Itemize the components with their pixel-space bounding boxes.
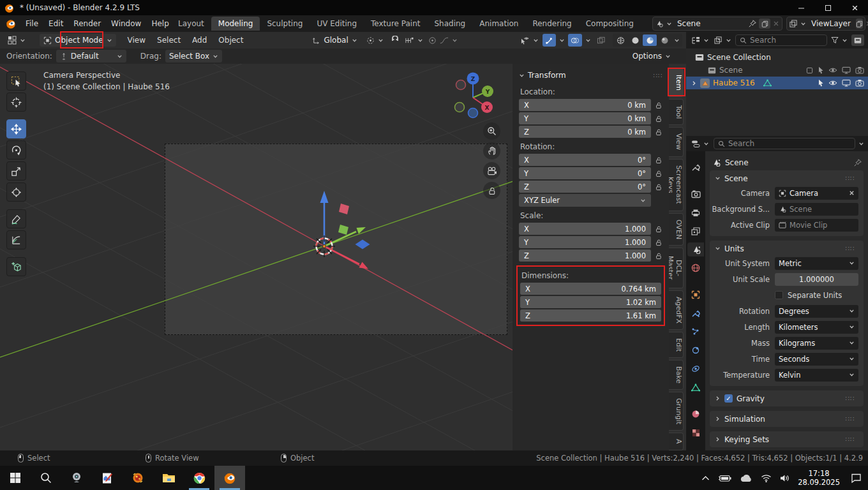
workspace-tab-layout[interactable]: Layout xyxy=(171,17,211,31)
panel-drag-handle[interactable]: ∷∷ xyxy=(845,395,855,402)
display-mode-dropdown[interactable] xyxy=(690,34,710,47)
tab-viewlayer-properties[interactable] xyxy=(687,224,704,238)
sidebar-tab-agedfx[interactable]: AgedFX xyxy=(669,290,684,330)
pin-icon[interactable] xyxy=(749,20,756,27)
sidebar-tab-oven[interactable]: OVEN xyxy=(669,213,684,246)
tab-modifier-properties[interactable] xyxy=(687,306,704,320)
keying-sets-panel[interactable]: Keying Sets ∷∷ xyxy=(710,431,864,447)
onedrive-icon[interactable] xyxy=(740,474,752,482)
speaker-icon[interactable] xyxy=(780,474,789,482)
lock-rotation-x-icon[interactable] xyxy=(651,156,666,164)
unit-scale-field[interactable]: 1.000000 xyxy=(775,273,858,286)
lock-rotation-y-icon[interactable] xyxy=(651,170,666,177)
maximize-button[interactable] xyxy=(814,0,841,15)
location-x-field[interactable]: X0 km xyxy=(519,99,651,111)
simulation-panel[interactable]: Simulation ∷∷ xyxy=(710,411,864,427)
render-disable-icon[interactable] xyxy=(855,79,864,87)
menu-help[interactable]: Help xyxy=(146,17,174,31)
taskbar-clock[interactable]: 17:18 28.09.2025 xyxy=(798,469,840,487)
menu-add[interactable]: Add xyxy=(187,34,212,47)
menu-edit[interactable]: Edit xyxy=(43,17,68,31)
temperature-unit-dropdown[interactable]: Kelvin xyxy=(775,369,858,382)
time-unit-dropdown[interactable]: Seconds xyxy=(775,353,858,366)
rotation-y-field[interactable]: Y0° xyxy=(519,167,651,179)
lock-location-x-icon[interactable] xyxy=(651,101,666,109)
tab-particle-properties[interactable] xyxy=(687,325,704,339)
mass-unit-dropdown[interactable]: Kilograms xyxy=(775,337,858,350)
scale-x-field[interactable]: X1.000 xyxy=(519,223,651,235)
clear-icon[interactable] xyxy=(849,190,855,196)
menu-render[interactable]: Render xyxy=(68,17,106,31)
sidebar-tab-item[interactable]: Item xyxy=(669,68,684,97)
lock-scale-y-icon[interactable] xyxy=(651,239,666,246)
rotation-unit-dropdown[interactable]: Degrees xyxy=(775,305,858,318)
action-center-icon[interactable] xyxy=(851,473,862,483)
tab-output-properties[interactable] xyxy=(687,205,704,219)
menu-window[interactable]: Window xyxy=(106,17,146,31)
properties-options-chevron-icon[interactable] xyxy=(858,141,864,147)
properties-editor-type-button[interactable] xyxy=(690,137,710,150)
shading-solid-button[interactable] xyxy=(628,34,642,46)
taskbar-search-button[interactable] xyxy=(31,466,61,490)
tool-add-cube[interactable] xyxy=(6,257,26,276)
outliner-filter-dropdown[interactable] xyxy=(830,34,849,47)
show-object-types-dropdown[interactable] xyxy=(518,34,541,47)
lock-rotation-z-icon[interactable] xyxy=(651,183,666,191)
expand-chevron-icon[interactable] xyxy=(691,80,697,86)
exclude-checkbox-icon[interactable] xyxy=(806,67,813,74)
viewport-disable-icon[interactable] xyxy=(842,66,851,74)
location-z-field[interactable]: Z0 km xyxy=(519,126,651,138)
lock-scale-z-icon[interactable] xyxy=(651,252,666,260)
sidebar-tab-grungit[interactable]: Grungit xyxy=(669,392,684,431)
outliner-search-input[interactable]: Search xyxy=(735,34,827,46)
new-collection-button[interactable] xyxy=(851,34,864,46)
outliner-row-scene[interactable]: Scene xyxy=(686,64,868,77)
tool-move[interactable] xyxy=(6,119,26,138)
panel-drag-handle[interactable]: ∷∷ xyxy=(653,72,662,79)
gravity-checkbox[interactable]: ✓ xyxy=(724,394,733,403)
proportional-editing-toggle[interactable] xyxy=(426,34,460,47)
editor-type-button[interactable] xyxy=(4,34,29,47)
workspace-tab-rendering[interactable]: Rendering xyxy=(525,17,578,31)
separate-units-checkbox[interactable] xyxy=(775,291,783,299)
gizmo-dropdown[interactable] xyxy=(558,34,566,47)
new-viewlayer-button[interactable] xyxy=(856,19,863,29)
tab-data-properties[interactable] xyxy=(687,380,704,394)
show-overlays-toggle[interactable] xyxy=(568,34,582,47)
transform-panel-header[interactable]: Transform ∷∷ xyxy=(519,68,666,83)
battery-icon[interactable] xyxy=(718,474,731,482)
workspace-tab-animation[interactable]: Animation xyxy=(472,17,525,31)
selectable-icon[interactable] xyxy=(818,66,824,74)
taskbar-file-explorer[interactable] xyxy=(153,466,184,490)
sidebar-tab-edit[interactable]: Edit xyxy=(669,332,684,358)
unit-system-dropdown[interactable]: Metric xyxy=(775,257,858,270)
lock-view-button[interactable] xyxy=(483,182,500,199)
scale-y-field[interactable]: Y1.000 xyxy=(519,236,651,248)
tab-object-properties[interactable] xyxy=(687,288,704,302)
sidebar-tab-view[interactable]: View xyxy=(669,127,684,156)
shading-material-preview-button[interactable] xyxy=(643,34,657,46)
tab-world-properties[interactable] xyxy=(687,261,704,275)
pan-view-button[interactable] xyxy=(483,142,500,160)
tab-scene-properties[interactable] xyxy=(687,242,704,256)
sidebar-tab-screencast-keys[interactable]: Screencast Keys xyxy=(669,159,684,211)
gravity-panel[interactable]: ✓ Gravity ∷∷ xyxy=(710,390,864,406)
tool-measure[interactable] xyxy=(6,230,26,249)
taskbar-webcam-app[interactable] xyxy=(61,466,92,490)
lock-scale-x-icon[interactable] xyxy=(651,225,666,233)
units-panel-header[interactable]: Units ∷∷ xyxy=(710,241,864,256)
taskbar-image-editor-app[interactable] xyxy=(92,466,123,490)
workspace-tab-geometry-nodes[interactable]: Geometry Nod xyxy=(641,17,648,31)
tab-render-properties[interactable] xyxy=(687,187,704,201)
lock-location-y-icon[interactable] xyxy=(651,115,666,122)
camera-view-button[interactable] xyxy=(483,162,500,179)
active-clip-field[interactable]: Movie Clip xyxy=(775,219,858,232)
workspace-tab-sculpting[interactable]: Sculpting xyxy=(260,17,310,31)
new-scene-button[interactable] xyxy=(759,19,770,29)
chevron-down-icon[interactable] xyxy=(674,38,680,43)
shading-wireframe-button[interactable] xyxy=(613,34,627,46)
dimension-x-field[interactable]: X0.764 km xyxy=(520,283,661,295)
sidebar-tab-partial[interactable]: A xyxy=(669,433,684,450)
panel-drag-handle[interactable]: ∷∷ xyxy=(845,415,855,422)
location-y-field[interactable]: Y0 km xyxy=(519,112,651,124)
